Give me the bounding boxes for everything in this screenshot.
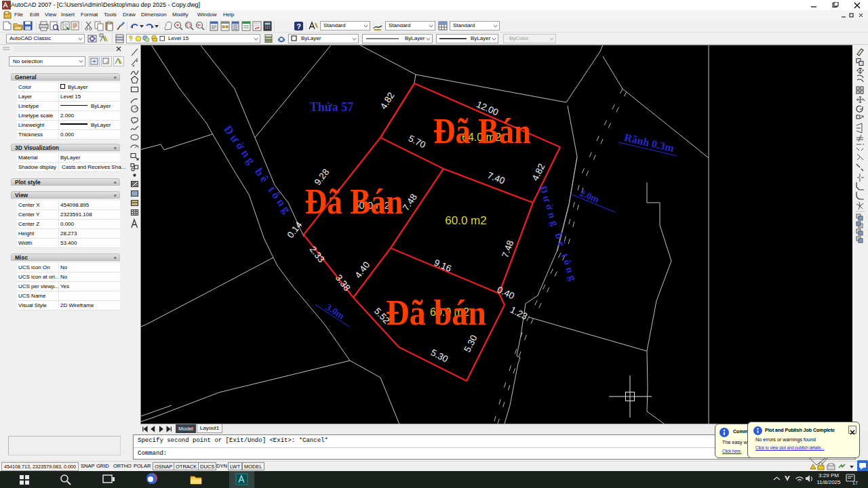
- svg-text:17: 17: [852, 481, 858, 485]
- svg-text:7.40: 7.40: [486, 170, 507, 186]
- svg-text:Rãnh 0.3m: Rãnh 0.3m: [623, 131, 675, 155]
- svg-text:Đã bán: Đã bán: [386, 293, 486, 332]
- svg-text:3.0m: 3.0m: [324, 302, 347, 321]
- svg-text:2.33: 2.33: [308, 244, 327, 264]
- svg-text:4.82: 4.82: [378, 90, 397, 110]
- svg-text:3:29 PM: 3:29 PM: [818, 472, 839, 479]
- svg-text:Thửa 57: Thửa 57: [310, 100, 353, 114]
- svg-text:5.30: 5.30: [462, 333, 479, 354]
- svg-text:0.40: 0.40: [496, 285, 516, 302]
- svg-text:11/8/2025: 11/8/2025: [817, 479, 842, 485]
- svg-text:5.30: 5.30: [429, 347, 450, 364]
- svg-text:5.70: 5.70: [407, 133, 427, 150]
- svg-text:60.0 m2: 60.0 m2: [445, 214, 486, 227]
- svg-text:Đã Bán: Đã Bán: [433, 112, 531, 150]
- svg-text:Đã Bán: Đã Bán: [305, 182, 403, 221]
- svg-text:0.14: 0.14: [285, 220, 304, 240]
- svg-text:2.0m: 2.0m: [578, 188, 601, 205]
- svg-text:?: ?: [296, 22, 301, 30]
- svg-text:Đường bê tông: Đường bê tông: [221, 123, 294, 216]
- svg-text:9.16: 9.16: [433, 258, 453, 274]
- svg-text:1.23: 1.23: [509, 304, 529, 321]
- svg-text:Đường bê tông: Đường bê tông: [538, 184, 578, 282]
